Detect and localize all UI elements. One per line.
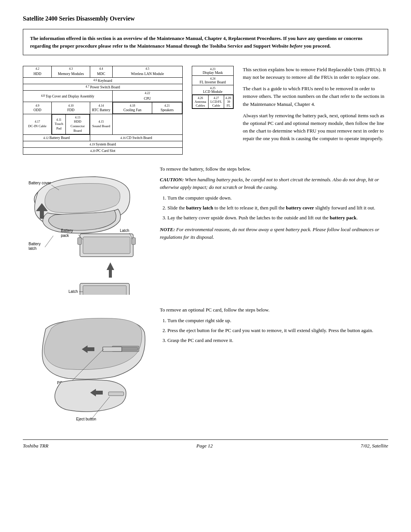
fru-right-table: 4.23 Display Mask 4.24 FL Inverter Board…: [192, 66, 234, 109]
pc-card-step-2: Press the eject button for the PC card y…: [167, 327, 388, 334]
page-title: Satellite 2400 Series Disassembly Overvi…: [23, 15, 388, 22]
table-row: 4.25 LCD Module: [192, 85, 234, 95]
intro-para-3: Always start by removing the battery pac…: [243, 112, 388, 143]
footer-left: Toshiba TRR: [23, 443, 48, 449]
info-box: The information offered in this section …: [23, 29, 388, 55]
table-row: 4.23 Display Mask: [192, 66, 234, 76]
page-footer: Toshiba TRR Page 12 7/02, Satellite: [23, 439, 388, 449]
table-row: 4.20 PC Card Slot: [23, 148, 183, 154]
svg-marker-10: [107, 262, 114, 278]
table-row: 4.24 FL Inverter Board: [192, 76, 234, 85]
intro-text-area: This section explains how to remove Fiel…: [243, 66, 388, 155]
fru-table: 4.2 HDD 4.3 Memory Modules 4.4 MDC 4.5 W…: [23, 66, 183, 155]
fru-right-chart: 4.23 Display Mask 4.24 FL Inverter Board…: [192, 66, 234, 155]
svg-rect-7: [83, 237, 130, 254]
table-row: 4.12 Battery Board 4.16 CD Switch Board: [23, 134, 183, 141]
battery-section: Battery cover Battery latch Battery pack: [23, 165, 388, 295]
main-content: 4.2 HDD 4.3 Memory Modules 4.4 MDC 4.5 W…: [23, 66, 388, 155]
svg-text:Battery: Battery: [61, 228, 73, 233]
pc-card-diagram: PC card Eject button: [23, 306, 152, 428]
table-row: 4.8 Top Cover and Display Assembly 4.22 …: [23, 91, 183, 102]
battery-svg: Battery cover Battery latch Battery pack: [23, 165, 152, 295]
svg-rect-8: [78, 238, 81, 244]
battery-step-2: Slide the battery latch to the left to r…: [167, 204, 388, 212]
pc-card-instructions: To remove an optional PC card, follow th…: [160, 306, 388, 347]
table-row: 4.19 System Board: [23, 141, 183, 147]
battery-note: NOTE: For environmental reasons, do not …: [160, 226, 388, 241]
svg-rect-17: [83, 286, 126, 295]
svg-rect-27: [108, 392, 124, 396]
fru-chart-area: 4.2 HDD 4.3 Memory Modules 4.4 MDC 4.5 W…: [23, 66, 183, 155]
pc-card-intro: To remove an optional PC card, follow th…: [160, 306, 388, 314]
svg-text:Eject button: Eject button: [76, 417, 96, 421]
table-row: 4.9 ODD 4.10 FDD 4.14 RTC Battery 4.18 C…: [23, 102, 183, 114]
footer-center: Page 12: [196, 443, 213, 449]
battery-step-1: Turn the computer upside down.: [167, 194, 388, 202]
table-row: 4.7 Power Switch Board: [23, 84, 183, 91]
battery-steps: Turn the computer upside down. Slide the…: [167, 194, 388, 222]
info-box-end: you proceed.: [304, 43, 331, 49]
intro-para-2: The chart is a guide to which FRUs need …: [243, 85, 388, 108]
table-row: 4.2 HDD 4.3 Memory Modules 4.4 MDC 4.5 W…: [23, 66, 183, 78]
battery-caution: CAUTION: When handling battery packs, be…: [160, 176, 388, 191]
info-box-italic: before: [290, 43, 303, 49]
pc-card-steps: Turn the computer right side up. Press t…: [167, 317, 388, 344]
pc-card-step-1: Turn the computer right side up.: [167, 317, 388, 324]
table-row: 4.17 DC-IN Cable 4.11 Touch Pad 4.13 HDD…: [23, 114, 183, 134]
svg-text:Battery cover: Battery cover: [29, 181, 51, 185]
pc-card-svg: PC card Eject button: [23, 306, 152, 428]
table-row: 4.6 Keyboard: [23, 77, 183, 84]
svg-text:pack: pack: [61, 233, 69, 238]
svg-line-5: [45, 236, 53, 247]
battery-instructions: To remove the battery, follow the steps …: [160, 165, 388, 244]
svg-text:Latch: Latch: [68, 289, 78, 294]
battery-diagram: Battery cover Battery latch Battery pack: [23, 165, 152, 295]
intro-para-1: This section explains how to remove Fiel…: [243, 66, 388, 81]
table-row: 4.26 Antenna Cables 4.27 LCD/FL Cable 4.…: [192, 95, 234, 109]
svg-text:latch: latch: [29, 246, 37, 251]
svg-rect-23: [103, 347, 122, 351]
battery-intro: To remove the battery, follow the steps …: [160, 165, 388, 173]
svg-text:Battery: Battery: [29, 242, 41, 246]
pc-card-section: PC card Eject button To remove an option…: [23, 306, 388, 428]
footer-right: 7/02, Satellite: [361, 443, 388, 449]
svg-text:Latch: Latch: [120, 228, 129, 233]
battery-step-3: Lay the battery cover upside down. Push …: [167, 214, 388, 222]
pc-card-step-3: Grasp the PC card and remove it.: [167, 337, 388, 344]
